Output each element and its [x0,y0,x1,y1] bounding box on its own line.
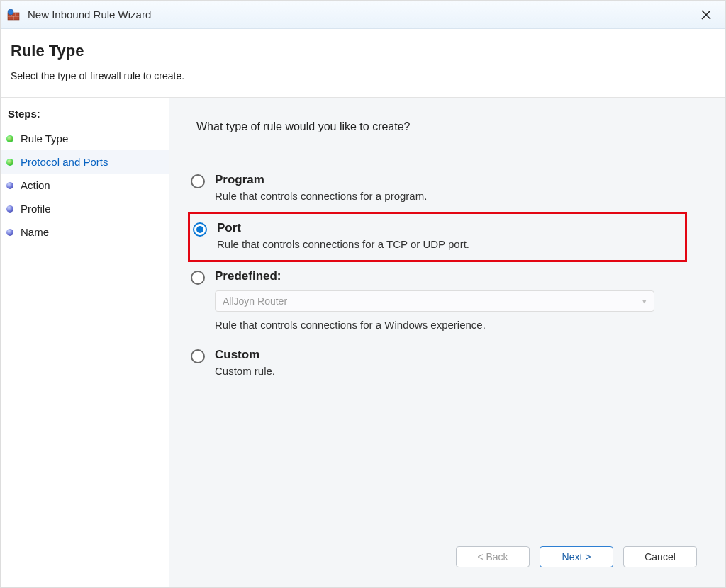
option-label: Port [217,221,676,235]
wizard-footer: < Back Next > Cancel [191,533,704,577]
titlebar: New Inbound Rule Wizard [1,1,725,29]
page-title: Rule Type [11,42,715,60]
option-label: Program [215,173,681,187]
option-port[interactable]: Port Rule that controls connections for … [188,212,687,262]
option-body: Custom Custom rule. [215,348,681,377]
option-body: Predefined: AllJoyn Router ▾ Rule that c… [215,269,681,331]
radio-custom[interactable] [191,349,205,363]
step-label: Profile [21,203,51,215]
close-icon [701,10,711,20]
option-predefined[interactable]: Predefined: AllJoyn Router ▾ Rule that c… [191,262,687,341]
content-prompt: What type of rule would you like to crea… [196,120,704,133]
step-bullet-icon [6,182,13,189]
step-label: Rule Type [21,132,68,145]
step-protocol-and-ports[interactable]: Protocol and Ports [1,150,169,174]
step-bullet-icon [6,205,13,213]
firewall-icon [6,8,21,22]
option-body: Port Rule that controls connections for … [217,221,676,250]
window-title: New Inbound Rule Wizard [28,9,151,21]
step-rule-type[interactable]: Rule Type [1,127,169,150]
wizard-body: Steps: Rule Type Protocol and Ports Acti… [1,98,725,587]
steps-sidebar: Steps: Rule Type Protocol and Ports Acti… [1,98,169,587]
option-description: Rule that controls connections for a Win… [215,319,681,331]
next-button[interactable]: Next > [540,546,613,567]
content-pane: What type of rule would you like to crea… [169,98,725,587]
step-label: Name [21,226,49,238]
step-bullet-icon [6,159,13,166]
steps-heading: Steps: [1,105,169,127]
option-label: Custom [215,348,681,362]
predefined-select[interactable]: AllJoyn Router ▾ [215,290,654,312]
step-bullet-icon [6,135,13,142]
radio-predefined[interactable] [191,271,205,285]
radio-program[interactable] [191,174,205,188]
option-description: Custom rule. [215,365,681,377]
close-button[interactable] [693,1,720,28]
predefined-selected-value: AllJoyn Router [223,295,287,307]
back-button[interactable]: < Back [456,546,530,567]
option-description: Rule that controls connections for a TCP… [217,238,676,250]
step-profile[interactable]: Profile [1,197,169,220]
option-description: Rule that controls connections for a pro… [215,190,681,202]
option-custom[interactable]: Custom Custom rule. [191,341,687,387]
rule-type-options: Program Rule that controls connections f… [191,166,687,387]
option-label: Predefined: [215,269,681,283]
step-label: Action [21,179,50,191]
option-body: Program Rule that controls connections f… [215,173,681,202]
step-bullet-icon [6,229,13,236]
cancel-button[interactable]: Cancel [623,546,697,567]
chevron-down-icon: ▾ [642,297,647,306]
step-name[interactable]: Name [1,220,169,244]
step-label: Protocol and Ports [21,156,108,168]
page-header: Rule Type Select the type of firewall ru… [1,29,725,98]
step-action[interactable]: Action [1,174,169,197]
radio-port[interactable] [193,222,207,237]
wizard-window: New Inbound Rule Wizard Rule Type Select… [0,0,726,588]
page-subtitle: Select the type of firewall rule to crea… [11,70,715,81]
option-program[interactable]: Program Rule that controls connections f… [191,166,687,212]
